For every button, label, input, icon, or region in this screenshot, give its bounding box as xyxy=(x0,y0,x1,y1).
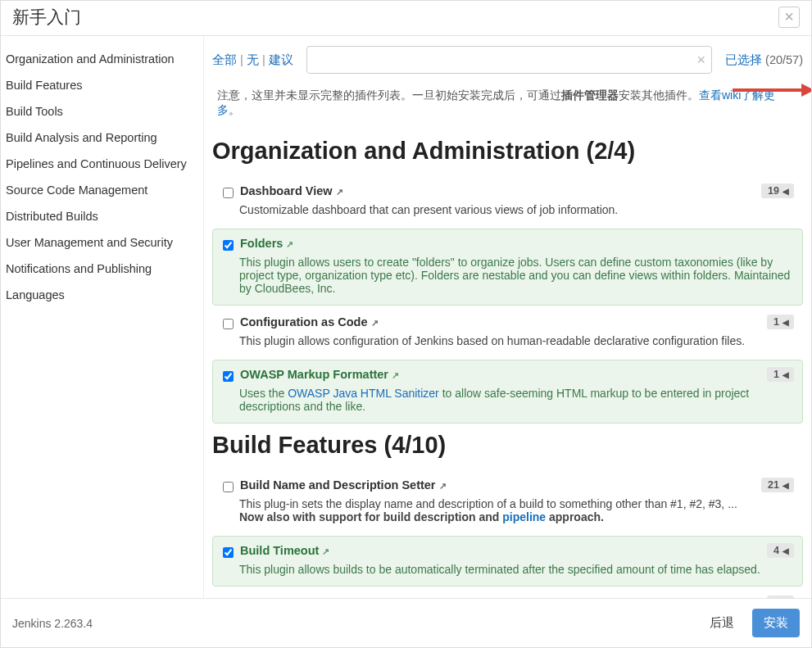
main: 全部|无|建议 × 已选择 (20/57) 注意，这里并未显示完整的插件列表。一… xyxy=(204,36,811,598)
selected-count: 已选择 (20/57) xyxy=(725,52,803,68)
plugin-item-timeout[interactable]: 4◀ Build Timeout ↗ This plugin allows bu… xyxy=(212,536,803,587)
caret-left-icon: ◀ xyxy=(783,187,789,196)
filter-suggest[interactable]: 建议 xyxy=(269,52,293,66)
svg-marker-1 xyxy=(801,84,811,97)
sidebar-item-notifications[interactable]: Notifications and Publishing xyxy=(1,256,203,282)
sidebar-item-user-mgmt[interactable]: User Management and Security xyxy=(1,229,203,256)
deps-badge[interactable]: 21◀ xyxy=(761,478,794,492)
sidebar-item-languages[interactable]: Languages xyxy=(1,282,203,308)
plugin-name: Build Timeout ↗ xyxy=(240,544,329,557)
external-link-icon[interactable]: ↗ xyxy=(336,187,343,197)
plugin-item-buildname[interactable]: 21◀ Build Name and Description Setter ↗ … xyxy=(212,470,803,534)
filter-none[interactable]: 无 xyxy=(247,52,259,66)
external-link-icon[interactable]: ↗ xyxy=(371,318,379,328)
plugin-item-dashboard[interactable]: 19◀ Dashboard View ↗ Customizable dashbo… xyxy=(212,176,803,227)
modal: 新手入门 × Organization and Administration B… xyxy=(0,0,812,648)
pipeline-link[interactable]: pipeline xyxy=(502,510,546,523)
arrow-icon xyxy=(733,82,811,98)
plugin-desc: Customizable dashboard that can present … xyxy=(223,203,792,216)
page-title: 新手入门 xyxy=(12,6,81,29)
plugin-name: Folders ↗ xyxy=(240,237,293,250)
caret-left-icon: ◀ xyxy=(783,318,789,327)
body: Organization and Administration Build Fe… xyxy=(1,36,811,598)
plugin-checkbox[interactable] xyxy=(223,319,234,329)
back-button[interactable]: 后退 xyxy=(698,609,746,637)
search: × xyxy=(306,46,712,74)
sidebar-item-analysis[interactable]: Build Analysis and Reporting xyxy=(1,125,203,151)
plugin-checkbox[interactable] xyxy=(223,371,234,382)
header: 新手入门 × xyxy=(1,1,811,36)
plugin-checkbox[interactable] xyxy=(223,188,234,198)
deps-badge[interactable]: 1◀ xyxy=(767,315,794,329)
plugin-name: Config File Provider ↗ xyxy=(240,596,364,598)
plugin-desc: This plug-in sets the display name and d… xyxy=(223,497,792,523)
plugin-desc: This plugin allows users to create "fold… xyxy=(223,256,792,295)
sidebar-item-org[interactable]: Organization and Administration xyxy=(1,46,203,72)
plugin-item-cfp[interactable]: 7◀ Config File Provider ↗ Ability to pro… xyxy=(212,588,803,598)
close-icon[interactable]: × xyxy=(778,7,800,28)
plugin-item-cac[interactable]: 1◀ Configuration as Code ↗ This plugin a… xyxy=(212,307,803,358)
selected-link[interactable]: 已选择 xyxy=(725,53,762,66)
install-button[interactable]: 安装 xyxy=(752,609,800,637)
plugin-name: Build Name and Description Setter ↗ xyxy=(240,478,447,492)
plugin-checkbox[interactable] xyxy=(223,482,234,492)
search-input[interactable] xyxy=(306,46,712,74)
sidebar-item-distributed[interactable]: Distributed Builds xyxy=(1,203,203,229)
plugin-name: OWASP Markup Formatter ↗ xyxy=(240,368,399,381)
plugin-name: Dashboard View ↗ xyxy=(240,184,343,197)
notice: 注意，这里并未显示完整的插件列表。一旦初始安装完成后，可通过插件管理器安装其他插… xyxy=(204,80,811,129)
filter-links: 全部|无|建议 xyxy=(212,52,293,68)
category-title-org: Organization and Administration (2/4) xyxy=(212,138,803,165)
version-label: Jenkins 2.263.4 xyxy=(12,617,93,630)
caret-left-icon: ◀ xyxy=(783,370,789,379)
plugin-item-owasp[interactable]: 1◀ OWASP Markup Formatter ↗ Uses the OWA… xyxy=(212,360,803,424)
caret-left-icon: ◀ xyxy=(783,481,789,490)
plugin-name: Configuration as Code ↗ xyxy=(240,315,379,329)
sidebar-item-build-features[interactable]: Build Features xyxy=(1,72,203,98)
sanitizer-link[interactable]: OWASP Java HTML Sanitizer xyxy=(288,387,439,400)
sidebar-item-build-tools[interactable]: Build Tools xyxy=(1,98,203,125)
deps-badge[interactable]: 1◀ xyxy=(767,367,794,382)
selected-numbers: (20/57) xyxy=(765,53,803,66)
footer-buttons: 后退 安装 xyxy=(698,609,800,637)
sidebar-item-scm[interactable]: Source Code Management xyxy=(1,177,203,203)
plugin-checkbox[interactable] xyxy=(223,547,234,558)
external-link-icon[interactable]: ↗ xyxy=(392,370,399,380)
plugin-item-folders[interactable]: Folders ↗ This plugin allows users to cr… xyxy=(212,229,803,306)
plugin-checkbox[interactable] xyxy=(223,240,234,251)
filter-all[interactable]: 全部 xyxy=(212,52,237,66)
deps-badge[interactable]: 7◀ xyxy=(767,596,794,598)
plugin-list[interactable]: Organization and Administration (2/4) 19… xyxy=(204,129,811,598)
toolbar: 全部|无|建议 × 已选择 (20/57) xyxy=(204,36,811,80)
sidebar: Organization and Administration Build Fe… xyxy=(1,36,204,598)
external-link-icon[interactable]: ↗ xyxy=(322,546,329,556)
plugin-desc: This plugin allows configuration of Jenk… xyxy=(223,334,792,347)
footer: Jenkins 2.263.4 后退 安装 xyxy=(1,598,811,647)
external-link-icon[interactable]: ↗ xyxy=(286,239,293,249)
category-title-build: Build Features (4/10) xyxy=(212,432,803,459)
plugin-desc: Uses the OWASP Java HTML Sanitizer to al… xyxy=(223,387,792,413)
plugin-desc: This plugin allows builds to be automati… xyxy=(223,563,792,576)
external-link-icon[interactable]: ↗ xyxy=(439,481,447,491)
caret-left-icon: ◀ xyxy=(783,546,789,555)
clear-search-icon[interactable]: × xyxy=(697,52,706,69)
deps-badge[interactable]: 19◀ xyxy=(761,184,794,198)
deps-badge[interactable]: 4◀ xyxy=(767,543,794,558)
sidebar-item-pipelines[interactable]: Pipelines and Continuous Delivery xyxy=(1,151,203,177)
